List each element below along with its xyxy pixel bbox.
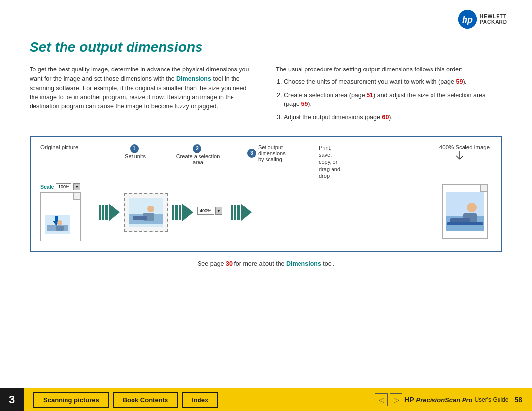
orig-pic-label: Original picture (40, 144, 95, 150)
page-ref-30: 30 (226, 260, 233, 267)
stripe-bar (179, 205, 181, 220)
scanning-pictures-link[interactable]: Scanning pictures (33, 392, 109, 408)
output-dim-section: ▼ (197, 207, 227, 218)
hp-brand-bottom: HP (404, 396, 414, 404)
arrow-head-2 (182, 204, 193, 221)
page-ref-51: 51 (366, 92, 373, 99)
bottom-nav-bar: 3 Scanning pictures Book Contents Index … (0, 388, 532, 411)
scale-label: Scale (40, 184, 54, 190)
step-2: Create a selection area (page 51) and ad… (284, 91, 502, 109)
stripe-bar (175, 205, 178, 220)
scale-dropdown[interactable]: ▼ (73, 183, 80, 190)
scale-input[interactable] (56, 183, 71, 190)
step2-label: Create a selectionarea (176, 153, 220, 165)
right-column: The usual procedure for setting output d… (276, 65, 502, 126)
svg-line-3 (456, 156, 460, 159)
see-page-note: See page 30 for more about the Dimension… (30, 260, 502, 267)
step3-badge: 3 (247, 149, 256, 158)
stripe-arrow-3 (231, 204, 252, 221)
scale-arrow-icon (455, 150, 474, 160)
arrow3-section (227, 204, 256, 221)
scaled-image-section (442, 184, 492, 241)
print-save-label: Print,save,copy, ordrag-and-drop (319, 144, 342, 179)
dimensions-link: Dimensions (286, 260, 321, 267)
arrow2-section (168, 204, 197, 221)
arrow1-section (95, 204, 124, 221)
svg-line-4 (460, 156, 463, 159)
stripe-bar (231, 205, 233, 220)
steps-list: Choose the units of measurement you want… (276, 77, 502, 122)
stripe-bar (102, 205, 104, 220)
dimensions-highlight: Dimensions (176, 75, 211, 82)
step2-header: 2 Create a selectionarea (176, 144, 220, 165)
orig-doc-page (40, 192, 81, 241)
step3-label: Set outputdimensionsby scaling (258, 144, 286, 162)
diagram-main-row: Scale ▼ (40, 183, 492, 241)
step2-badge: 2 (193, 144, 201, 153)
step-1: Choose the units of measurement you want… (284, 77, 502, 87)
text-columns: To get the best quality image, determine… (30, 65, 502, 126)
stripe-bar (105, 205, 108, 220)
svg-rect-9 (56, 226, 64, 231)
scan-image-icon (45, 215, 70, 234)
page-ref-55: 55 (301, 101, 308, 107)
arrow-head-1 (109, 204, 120, 221)
svg-rect-14 (133, 216, 147, 220)
selection-image-icon (129, 198, 163, 227)
step1-label: Set units (125, 153, 146, 159)
page-ref-59: 59 (456, 78, 463, 85)
left-column: To get the best quality image, determine… (30, 65, 256, 126)
pct-dropdown[interactable]: ▼ (215, 207, 222, 215)
stripe-bar (234, 205, 236, 220)
product-name: PrecisionScan Pro (416, 396, 473, 404)
chapter-number: 3 (0, 388, 24, 411)
pct-input[interactable] (197, 207, 214, 215)
main-content: Set the output dimensions To get the bes… (0, 0, 532, 277)
guide-text: User's Guide (474, 396, 508, 403)
scaled-label: 400% Scaled image (439, 144, 490, 150)
stripe-bars-1 (99, 205, 108, 220)
stripe-bar (99, 205, 101, 220)
diagram-box: Original picture 1 Set units 2 Create a … (30, 136, 502, 252)
stripe-bar (237, 205, 240, 220)
stripe-bars-2 (172, 205, 181, 220)
page-number: 58 (514, 396, 522, 404)
step-3: Adjust the output dimensions (page 60). (284, 113, 502, 122)
page-title: Set the output dimensions (30, 39, 502, 55)
bottom-nav-icons: ◁ ▷ HP PrecisionScan Pro User's Guide 58 (375, 393, 532, 406)
book-contents-link[interactable]: Book Contents (113, 392, 178, 408)
svg-point-17 (467, 203, 477, 212)
right-intro: The usual procedure for setting output d… (276, 65, 502, 74)
stripe-arrow-2 (172, 204, 193, 221)
orig-scan-image (45, 215, 70, 235)
scaled-doc-page (442, 184, 488, 239)
stripe-bars-3 (231, 205, 240, 220)
selection-section (124, 193, 168, 232)
print-save-header: Print,save,copy, ordrag-and-drop (319, 144, 353, 179)
scaled-header: 400% Scaled image (437, 144, 492, 160)
orig-pic-section: Scale ▼ (40, 183, 95, 241)
bottom-hp-text: HP PrecisionScan Pro User's Guide 58 (404, 396, 522, 404)
step1-header: 1 Set units (122, 144, 149, 159)
prev-arrow[interactable]: ◁ (375, 393, 388, 406)
bottom-links-group: Scanning pictures Book Contents Index (24, 392, 375, 408)
index-link[interactable]: Index (182, 392, 218, 408)
selection-area-box (124, 193, 168, 232)
step1-badge: 1 (130, 144, 139, 153)
next-arrow[interactable]: ▷ (390, 393, 402, 406)
stripe-arrow-1 (99, 204, 120, 221)
svg-point-8 (57, 220, 62, 225)
page-ref-60: 60 (382, 114, 389, 121)
step3-header: 3 Set outputdimensionsby scaling (247, 144, 292, 162)
orig-pic-header: Original picture (40, 144, 95, 150)
left-para-1: To get the best quality image, determine… (30, 65, 256, 111)
scaled-image-icon (446, 192, 484, 231)
svg-rect-20 (447, 222, 483, 225)
arrow-head-3 (241, 204, 252, 221)
svg-point-12 (147, 206, 154, 212)
stripe-bar (172, 205, 174, 220)
